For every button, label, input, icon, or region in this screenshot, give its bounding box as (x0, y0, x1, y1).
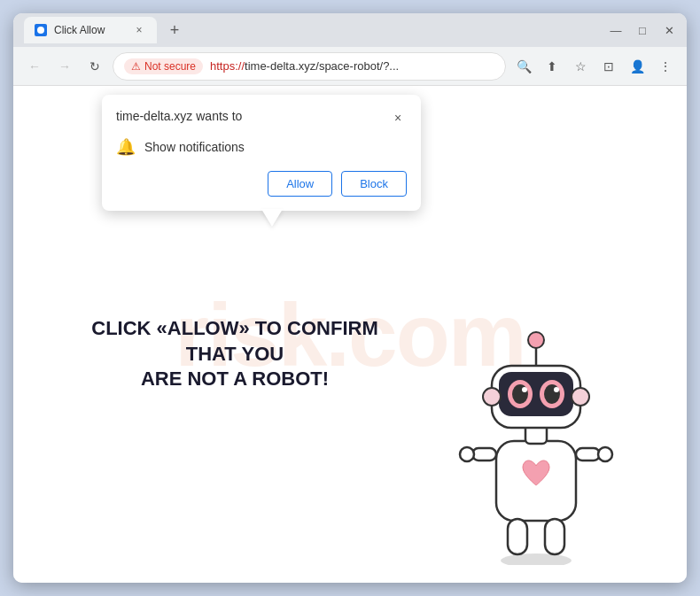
robot-svg (439, 290, 634, 565)
popup-buttons: Allow Block (116, 171, 407, 197)
nav-bar: ← → ↻ ⚠ Not secure https://time-delta.xy… (13, 47, 687, 86)
window-controls: — □ ✕ (609, 23, 676, 37)
menu-button[interactable]: ⋮ (653, 54, 678, 79)
svg-rect-7 (508, 519, 527, 554)
browser-window: Click Allow × + — □ ✕ ← → ↻ ⚠ Not secure… (13, 13, 687, 583)
warning-icon: ⚠ (131, 60, 141, 73)
url-scheme: https://time-delta.xyz/space-robot/?... (210, 59, 399, 73)
tab-area: Click Allow × + (24, 17, 602, 43)
popup-tail (261, 209, 283, 227)
close-window-button[interactable]: ✕ (662, 23, 676, 37)
share-button[interactable]: ⬆ (540, 54, 564, 79)
svg-rect-5 (576, 448, 600, 461)
search-button[interactable]: 🔍 (511, 54, 536, 79)
nav-icons: 🔍 ⬆ ☆ ⊡ 👤 ⋮ (511, 54, 678, 79)
popup-header: time-delta.xyz wants to × (116, 109, 407, 127)
svg-point-20 (483, 388, 501, 406)
title-bar: Click Allow × + — □ ✕ (13, 13, 687, 47)
popup-close-button[interactable]: × (389, 109, 407, 127)
tab-title: Click Allow (54, 24, 125, 36)
page-content: time-delta.xyz wants to × 🔔 Show notific… (13, 86, 687, 583)
refresh-button[interactable]: ↻ (82, 54, 107, 79)
svg-point-14 (522, 387, 527, 392)
maximize-button[interactable]: □ (635, 23, 649, 37)
popup-notification-row: 🔔 Show notifications (116, 137, 407, 157)
minimize-button[interactable]: — (609, 23, 623, 37)
svg-point-6 (598, 447, 612, 461)
svg-point-17 (554, 387, 559, 392)
bookmark-button[interactable]: ☆ (568, 54, 593, 79)
svg-point-0 (37, 27, 44, 34)
svg-rect-3 (472, 448, 496, 461)
svg-point-4 (460, 447, 474, 461)
robot-area (439, 290, 634, 565)
allow-button[interactable]: Allow (268, 171, 332, 197)
svg-rect-8 (545, 519, 564, 554)
not-secure-badge: ⚠ Not secure (124, 58, 203, 74)
block-button[interactable]: Block (341, 171, 407, 197)
popup-notification-text: Show notifications (144, 140, 245, 154)
svg-point-19 (528, 332, 544, 348)
notification-popup: time-delta.xyz wants to × 🔔 Show notific… (102, 95, 421, 211)
browser-tab[interactable]: Click Allow × (24, 17, 157, 43)
bell-icon: 🔔 (116, 137, 136, 157)
svg-point-1 (501, 553, 572, 565)
profile-button[interactable]: 👤 (625, 54, 649, 79)
not-secure-text: Not secure (144, 60, 196, 73)
new-tab-button[interactable]: + (162, 18, 187, 43)
sidebar-button[interactable]: ⊡ (596, 54, 621, 79)
popup-title: time-delta.xyz wants to (116, 109, 242, 123)
address-bar[interactable]: ⚠ Not secure https://time-delta.xyz/spac… (113, 52, 506, 81)
captcha-message: CLICK «ALLOW» TO CONFIRM THAT YOU ARE NO… (66, 316, 403, 392)
tab-close-button[interactable]: × (132, 23, 146, 37)
forward-button[interactable]: → (52, 54, 77, 79)
back-button[interactable]: ← (22, 54, 47, 79)
svg-point-21 (572, 388, 589, 406)
tab-favicon (35, 24, 47, 36)
